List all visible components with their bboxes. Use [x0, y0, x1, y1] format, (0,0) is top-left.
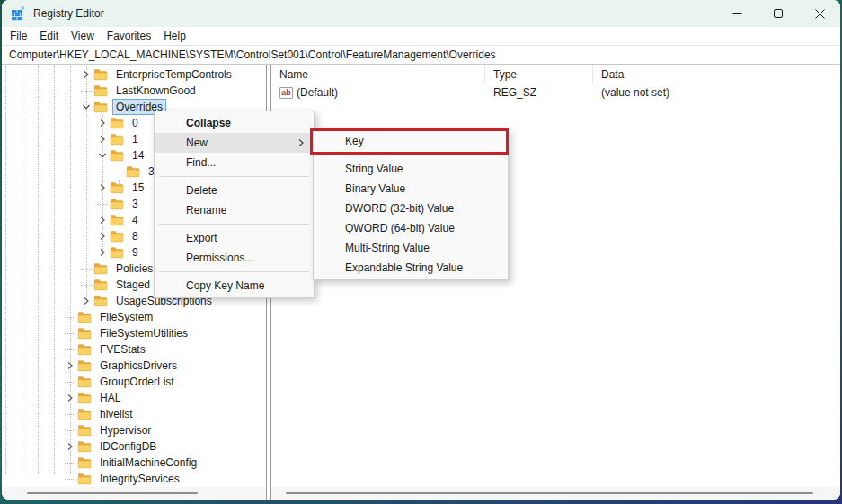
tree-connector	[65, 382, 75, 383]
chevron-down-icon[interactable]	[81, 99, 92, 115]
tree-item-filesystem[interactable]: FileSystem	[2, 309, 266, 325]
close-button[interactable]	[799, 0, 840, 27]
context-menu-item-label: Rename	[186, 204, 226, 217]
folder-icon	[110, 198, 124, 210]
chevron-right-icon[interactable]	[97, 115, 108, 131]
value-name-text: (Default)	[297, 86, 338, 99]
context-menu-item-collapse[interactable]: Collapse	[155, 113, 314, 133]
tree-item-label: 1	[129, 131, 142, 147]
folder-icon	[110, 230, 124, 243]
context-menu-item-new[interactable]: New	[155, 133, 314, 153]
address-bar[interactable]: Computer\HKEY_LOCAL_MACHINE\SYSTEM\Contr…	[2, 46, 840, 65]
new-submenu: KeyString ValueBinary ValueDWORD (32-bit…	[313, 128, 509, 280]
chevron-right-icon[interactable]	[65, 438, 75, 455]
tree-item-filesystemutilities[interactable]: FileSystemUtilities	[2, 325, 266, 341]
chevron-right-icon[interactable]	[65, 390, 75, 406]
submenu-item-expandable-string-value[interactable]: Expandable String Value	[314, 258, 508, 278]
value-data-cell: (value not set)	[593, 86, 840, 99]
menubar-item-edit[interactable]: Edit	[33, 27, 65, 45]
context-menu-item-find[interactable]: Find...	[155, 153, 314, 172]
tree-item-label: 3	[129, 196, 142, 212]
maximize-button[interactable]	[758, 0, 799, 27]
context-menu-item-delete[interactable]: Delete	[155, 181, 314, 200]
tree-item-lastknowngood[interactable]: LastKnownGood	[2, 83, 266, 99]
column-header-type[interactable]: Type	[485, 65, 593, 84]
submenu-item-label: DWORD (32-bit) Value	[345, 202, 454, 215]
menubar-item-view[interactable]: View	[65, 27, 101, 45]
value-name-cell: ab(Default)	[271, 86, 485, 99]
chevron-right-icon[interactable]	[97, 228, 108, 244]
column-header-data[interactable]: Data	[593, 65, 840, 84]
folder-icon	[110, 133, 124, 146]
tree-item-hivelist[interactable]: hivelist	[2, 406, 266, 422]
context-menu-item-permissions[interactable]: Permissions...	[155, 248, 314, 268]
context-menu-item-label: Find...	[186, 156, 216, 169]
context-menu-item-rename[interactable]: Rename	[155, 200, 314, 220]
tree-item-initialmachineconfig[interactable]: InitialMachineConfig	[2, 455, 266, 471]
tree-item-label: 0	[129, 115, 142, 131]
context-menu-item-copy-key-name[interactable]: Copy Key Name	[155, 276, 314, 296]
tree-scrollbar-thumb[interactable]	[27, 492, 198, 494]
submenu-item-label: Expandable String Value	[345, 261, 463, 274]
tree-item-integrityservices[interactable]: IntegrityServices	[2, 471, 266, 487]
context-menu-item-export[interactable]: Export	[155, 228, 314, 248]
tree-connector	[65, 333, 75, 334]
folder-icon	[110, 214, 124, 226]
folder-icon	[110, 149, 124, 162]
tree-connector	[81, 91, 92, 92]
chevron-right-icon[interactable]	[81, 293, 92, 309]
chevron-down-icon[interactable]	[97, 147, 108, 164]
menubar-item-help[interactable]: Help	[157, 27, 192, 45]
tree-item-label: GraphicsDrivers	[96, 358, 181, 374]
tree-item-graphicsdrivers[interactable]: GraphicsDrivers	[2, 358, 266, 374]
context-menu-separator	[159, 224, 309, 225]
submenu-item-dword-32-bit-value[interactable]: DWORD (32-bit) Value	[314, 199, 508, 218]
submenu-item-qword-64-bit-value[interactable]: QWORD (64-bit) Value	[314, 218, 508, 238]
column-header-name[interactable]: Name	[271, 65, 485, 84]
tree-horizontal-scrollbar[interactable]	[2, 487, 266, 500]
tree-item-label: IntegrityServices	[96, 471, 183, 487]
submenu-item-label: Binary Value	[345, 182, 405, 195]
tree-connector	[65, 317, 75, 318]
folder-icon	[126, 165, 140, 178]
tree-item-idconfigdb[interactable]: IDConfigDB	[2, 438, 266, 455]
list-scrollbar-thumb[interactable]	[286, 492, 813, 494]
folder-icon	[93, 295, 108, 307]
submenu-item-string-value[interactable]: String Value	[314, 159, 508, 179]
tree-connector	[65, 479, 75, 480]
chevron-right-icon[interactable]	[81, 66, 92, 83]
submenu-item-binary-value[interactable]: Binary Value	[314, 179, 508, 199]
menu-bar: FileEditViewFavoritesHelp	[2, 27, 840, 46]
chevron-right-icon[interactable]	[97, 244, 108, 261]
chevron-right-icon[interactable]	[97, 131, 108, 147]
tree-item-label: LastKnownGood	[112, 83, 199, 99]
context-menu-item-label: New	[186, 137, 208, 149]
folder-icon	[93, 262, 108, 275]
submenu-item-multi-string-value[interactable]: Multi-String Value	[314, 238, 508, 258]
menubar-item-file[interactable]: File	[4, 27, 33, 45]
folder-icon	[77, 440, 92, 453]
tree-item-fvestats[interactable]: FVEStats	[2, 341, 266, 358]
folder-icon	[77, 327, 92, 340]
tree-connector	[97, 204, 108, 205]
tree-connector	[65, 463, 75, 464]
tree-item-hal[interactable]: HAL	[2, 390, 266, 406]
chevron-right-icon[interactable]	[97, 180, 108, 196]
folder-icon	[77, 456, 92, 469]
folder-icon	[110, 117, 124, 129]
folder-icon	[110, 246, 124, 259]
context-menu-item-label: Delete	[186, 184, 217, 197]
tree-item-enterprisetempcontrols[interactable]: EnterpriseTempControls	[2, 66, 266, 83]
tree-item-hypervisor[interactable]: Hypervisor	[2, 422, 266, 438]
chevron-right-icon[interactable]	[97, 212, 108, 228]
folder-icon	[77, 408, 92, 420]
list-horizontal-scrollbar[interactable]	[271, 487, 840, 500]
menubar-item-favorites[interactable]: Favorites	[101, 27, 157, 45]
tree-item-label: Hypervisor	[96, 422, 155, 438]
tree-item-grouporderlist[interactable]: GroupOrderList	[2, 374, 266, 390]
submenu-item-key[interactable]: Key	[314, 131, 508, 151]
chevron-right-icon[interactable]	[65, 358, 75, 374]
value-row-default[interactable]: ab(Default)REG_SZ(value not set)	[271, 84, 840, 101]
minimize-button[interactable]	[716, 0, 758, 27]
title-bar: Registry Editor	[2, 0, 840, 27]
